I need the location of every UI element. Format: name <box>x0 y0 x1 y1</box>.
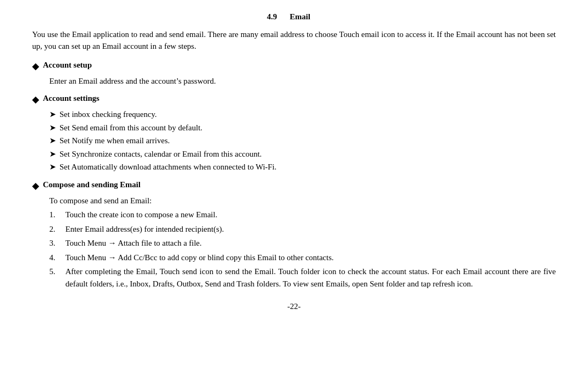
compose-item-2-text: Enter Email address(es) for intended rec… <box>65 223 556 236</box>
num-label-5: 5. <box>49 266 65 278</box>
bullet-diamond-2: ◆ <box>32 93 39 106</box>
section-number: 4.9 <box>267 12 277 21</box>
compose-item-3-text: Touch Menu → Attach file to attach a fil… <box>65 237 556 249</box>
settings-item-3: ➤ Set Notify me when email arrives. <box>49 135 556 147</box>
page-number: -22- <box>32 300 556 313</box>
account-setup-section: ◆ Account setup Enter an Email address a… <box>32 59 556 87</box>
compose-item-1-text: Touch the create icon to compose a new E… <box>65 209 556 221</box>
settings-item-2-text: Set Send email from this account by defa… <box>59 122 203 134</box>
bullet-diamond-1: ◆ <box>32 60 39 73</box>
arrow-2: ➤ <box>49 122 56 134</box>
compose-item-4: 4. Touch Menu → Add Cc/Bcc to add copy o… <box>49 252 556 264</box>
num-label-3: 3. <box>49 237 65 249</box>
compose-intro: To compose and send an Email: <box>49 195 556 207</box>
compose-section: ◆ Compose and sending Email To compose a… <box>32 179 556 290</box>
settings-item-1-text: Set inbox checking frequency. <box>59 108 157 121</box>
arrow-5: ➤ <box>49 161 56 173</box>
settings-item-4: ➤ Set Synchronize contacts, calendar or … <box>49 148 556 160</box>
account-setup-title: ◆ Account setup <box>32 59 556 73</box>
compose-title: ◆ Compose and sending Email <box>32 179 556 193</box>
num-label-2: 2. <box>49 223 65 236</box>
settings-item-2: ➤ Set Send email from this account by de… <box>49 122 556 134</box>
num-label-1: 1. <box>49 209 65 221</box>
compose-label: Compose and sending Email <box>43 179 140 191</box>
compose-numbered-list: 1. Touch the create icon to compose a ne… <box>49 209 556 290</box>
section-heading: 4.9 Email <box>32 11 556 23</box>
settings-item-5-text: Set Automatically download attachments w… <box>59 161 277 173</box>
compose-item-5: 5. After completing the Email, Touch sen… <box>49 266 556 290</box>
account-settings-title: ◆ Account settings <box>32 92 556 106</box>
compose-item-5-text: After completing the Email, Touch send i… <box>65 266 556 290</box>
settings-item-3-text: Set Notify me when email arrives. <box>59 135 170 147</box>
compose-item-1: 1. Touch the create icon to compose a ne… <box>49 209 556 221</box>
arrow-3: ➤ <box>49 135 56 147</box>
arrow-4: ➤ <box>49 148 56 160</box>
bullet-diamond-3: ◆ <box>32 180 39 193</box>
intro-paragraph: You use the Email application to read an… <box>32 28 556 53</box>
account-settings-section: ◆ Account settings ➤ Set inbox checking … <box>32 92 556 173</box>
account-setup-content: Enter an Email address and the account’s… <box>49 75 556 87</box>
arrow-1: ➤ <box>49 108 56 121</box>
settings-item-4-text: Set Synchronize contacts, calendar or Em… <box>59 148 262 160</box>
num-label-4: 4. <box>49 252 65 264</box>
compose-item-3: 3. Touch Menu → Attach file to attach a … <box>49 237 556 249</box>
compose-item-4-text: Touch Menu → Add Cc/Bcc to add copy or b… <box>65 252 556 264</box>
settings-item-1: ➤ Set inbox checking frequency. <box>49 108 556 121</box>
settings-item-5: ➤ Set Automatically download attachments… <box>49 161 556 173</box>
compose-item-2: 2. Enter Email address(es) for intended … <box>49 223 556 236</box>
section-title: Email <box>290 12 310 21</box>
account-setup-label: Account setup <box>43 59 92 71</box>
account-settings-label: Account settings <box>43 92 99 105</box>
